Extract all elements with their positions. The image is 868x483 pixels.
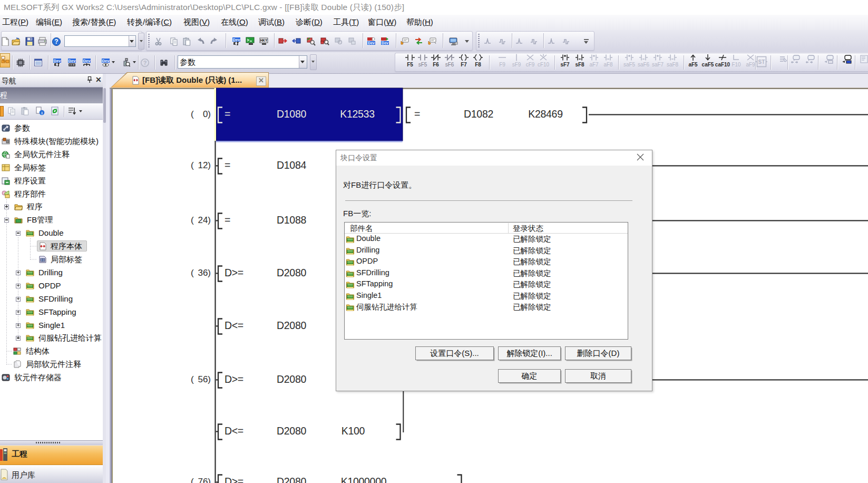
svg-text:D2080: D2080	[277, 267, 306, 278]
svg-text:Dev: Dev	[83, 59, 91, 63]
svg-text:Dev: Dev	[368, 41, 375, 45]
svg-text:K12533: K12533	[340, 108, 374, 120]
svg-text:K28469: K28469	[528, 108, 562, 120]
svg-text:D1084: D1084	[277, 159, 306, 171]
svg-text:D<=: D<=	[225, 425, 243, 437]
svg-text:Dev: Dev	[233, 37, 241, 42]
svg-text:24): 24)	[198, 215, 211, 225]
svg-text:?: ?	[143, 60, 147, 66]
svg-text:D>=: D>=	[225, 373, 243, 385]
svg-text:D>=: D>=	[225, 476, 243, 483]
svg-text:D2080: D2080	[277, 373, 306, 385]
svg-text:D<=: D<=	[225, 320, 243, 331]
svg-text:D1080: D1080	[277, 108, 306, 120]
svg-text:(: (	[191, 477, 194, 483]
svg-text:D2080: D2080	[277, 320, 306, 331]
svg-text:(: (	[191, 215, 194, 225]
svg-text:D2080: D2080	[277, 425, 306, 437]
svg-text:ST: ST	[758, 59, 765, 65]
svg-text:=: =	[225, 108, 230, 120]
svg-text:Dev: Dev	[54, 59, 62, 63]
svg-text:(: (	[191, 374, 194, 384]
svg-text:Dev: Dev	[69, 59, 76, 63]
svg-text:D>=: D>=	[225, 267, 243, 278]
svg-text:D1082: D1082	[464, 108, 493, 120]
svg-text:(: (	[191, 160, 194, 170]
svg-text:76): 76)	[198, 477, 211, 483]
svg-text:56): 56)	[198, 374, 211, 384]
svg-text:12): 12)	[198, 160, 211, 170]
svg-text:(: (	[191, 268, 194, 278]
svg-text:K100: K100	[342, 425, 365, 437]
svg-text:0): 0)	[203, 109, 211, 119]
svg-text:36): 36)	[198, 268, 211, 278]
svg-text:HKY: HKY	[260, 38, 268, 42]
svg-text:=: =	[414, 108, 420, 120]
svg-text:=: =	[225, 159, 230, 171]
svg-text:?: ?	[54, 38, 58, 45]
svg-text:D1088: D1088	[277, 214, 306, 226]
svg-text:(: (	[191, 109, 194, 119]
svg-text:=: =	[225, 214, 230, 226]
svg-text:Dev: Dev	[102, 59, 110, 63]
svg-text:Dev: Dev	[382, 41, 388, 45]
svg-text:K1000000: K1000000	[341, 476, 387, 483]
svg-text:D2080: D2080	[277, 476, 306, 483]
